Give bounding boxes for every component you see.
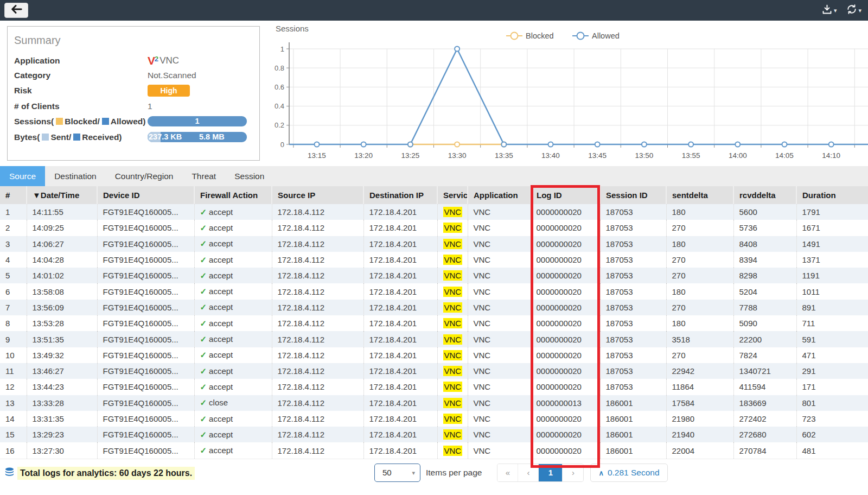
column-header-dst[interactable]: Destination IP: [363, 186, 437, 204]
cell-logid: 0000000020: [531, 220, 600, 236]
cell-action: ✓accept: [194, 268, 272, 283]
check-icon: ✓: [200, 207, 207, 217]
refresh-button[interactable]: ▾: [843, 4, 865, 17]
cell-dur: 801: [796, 395, 868, 411]
tab-country-region[interactable]: Country/Region: [106, 166, 183, 186]
cell-action: ✓accept: [194, 331, 272, 347]
table-row[interactable]: 1513:29:23FGT91E4Q160005...✓accept172.18…: [0, 427, 868, 442]
cell-device: FGT91E4Q160005...: [97, 315, 194, 331]
cell-session: 186001: [600, 411, 666, 427]
cell-time: 13:49:32: [27, 347, 97, 363]
bytes-received-text: 5.8 MB: [199, 132, 225, 142]
cell-n: 10: [0, 347, 27, 363]
next-page-button[interactable]: ›: [563, 464, 583, 482]
column-header-action[interactable]: Firewall Action: [194, 186, 272, 204]
cell-app: VNC: [468, 427, 531, 442]
column-header-time[interactable]: ▼Date/Time: [27, 186, 97, 204]
cell-rcvd: 8394: [733, 252, 796, 268]
svg-text:13:50: 13:50: [635, 151, 654, 160]
cell-rcvd: 1340721: [733, 363, 796, 379]
tab-threat[interactable]: Threat: [182, 166, 225, 186]
cell-sent: 270: [666, 300, 733, 315]
check-icon: ✓: [200, 239, 207, 248]
cell-sent: 180: [666, 315, 733, 331]
cell-session: 187053: [600, 268, 666, 283]
cell-sent: 180: [666, 283, 733, 299]
cell-service: VNC: [437, 379, 468, 395]
cell-service: VNC: [437, 268, 468, 283]
column-header-service[interactable]: Service: [437, 186, 468, 204]
table-row[interactable]: 1413:31:35FGT91E4Q160005...✓accept172.18…: [0, 411, 868, 427]
tab-session[interactable]: Session: [225, 166, 273, 186]
table-row[interactable]: 1313:33:28FGT91E4Q160005...✓close172.18.…: [0, 395, 868, 411]
table-row[interactable]: 1013:49:32FGT91E4Q160005...✓accept172.18…: [0, 347, 868, 363]
column-header-logid[interactable]: Log ID: [531, 186, 600, 204]
column-header-sent[interactable]: sentdelta: [666, 186, 733, 204]
column-header-dur[interactable]: Duration: [796, 186, 868, 204]
cell-dur: 602: [796, 427, 868, 442]
cell-n: 8: [0, 315, 27, 331]
tab-destination[interactable]: Destination: [45, 166, 106, 186]
column-header-session[interactable]: Session ID: [600, 186, 666, 204]
prev-page-button[interactable]: ‹: [518, 464, 539, 482]
cell-logid: 0000000013: [531, 395, 600, 411]
risk-badge: High: [148, 85, 190, 97]
table-row[interactable]: 713:56:09FGT91E4Q160005...✓accept172.18.…: [0, 300, 868, 315]
column-header-n[interactable]: #: [0, 186, 27, 204]
table-row[interactable]: 613:58:08FGT91E4Q160005...✓accept172.18.…: [0, 283, 868, 299]
cell-service: VNC: [437, 300, 468, 315]
column-header-device[interactable]: Device ID: [97, 186, 194, 204]
cell-logid: 0000000020: [531, 315, 600, 331]
elapsed-time-button[interactable]: ∧ 0.281 Second: [590, 464, 667, 482]
column-header-src[interactable]: Source IP: [272, 186, 363, 204]
cell-logid: 0000000020: [531, 283, 600, 299]
service-highlight: VNC: [443, 429, 463, 440]
cell-session: 186001: [600, 395, 666, 411]
bytes-label: Bytes(Sent/Received): [14, 132, 148, 142]
table-row[interactable]: 114:11:55FGT91E4Q160005...✓accept172.18.…: [0, 204, 868, 220]
sessions-bar-value: 1: [148, 116, 247, 126]
svg-text:0.8: 0.8: [275, 64, 284, 72]
table-row[interactable]: 514:01:02FGT91E4Q160005...✓accept172.18.…: [0, 268, 868, 283]
back-button[interactable]: [4, 3, 28, 18]
check-icon: ✓: [200, 350, 207, 359]
download-button[interactable]: ▾: [818, 4, 840, 17]
cell-service: VNC: [437, 363, 468, 379]
blocked-legend-swatch: [56, 118, 63, 125]
table-row[interactable]: 1613:27:30FGT91E4Q160005...✓accept172.18…: [0, 442, 868, 458]
cell-rcvd: 5736: [733, 220, 796, 236]
table-row[interactable]: 913:51:35FGT91E4Q160005...✓accept172.18.…: [0, 331, 868, 347]
tab-source[interactable]: Source: [0, 166, 45, 186]
table-row[interactable]: 414:04:28FGT91E4Q160005...✓accept172.18.…: [0, 252, 868, 268]
cell-app: VNC: [468, 283, 531, 299]
cell-src: 172.18.4.112: [272, 220, 363, 236]
table-row[interactable]: 314:06:27FGT91E4Q160005...✓accept172.18.…: [0, 236, 868, 252]
cell-sent: 21980: [666, 411, 733, 427]
table-row[interactable]: 1113:46:27FGT91E4Q160005...✓accept172.18…: [0, 363, 868, 379]
cell-rcvd: 22200: [733, 331, 796, 347]
table-row[interactable]: 813:53:28FGT91E4Q160005...✓accept172.18.…: [0, 315, 868, 331]
cell-rcvd: 272402: [733, 411, 796, 427]
service-highlight: VNC: [443, 446, 463, 456]
table-row[interactable]: 214:09:25FGT91E4Q160005...✓accept172.18.…: [0, 220, 868, 236]
first-page-button[interactable]: «: [497, 464, 518, 482]
cell-rcvd: 7788: [733, 300, 796, 315]
column-header-app[interactable]: Application: [468, 186, 531, 204]
column-header-rcvd[interactable]: rcvddelta: [733, 186, 796, 204]
cell-service: VNC: [437, 236, 468, 252]
cell-dur: 1191: [796, 268, 868, 283]
bytes-sent-text: 237.3 KB: [149, 132, 182, 142]
cell-dst: 172.18.4.201: [363, 427, 437, 442]
cell-src: 172.18.4.112: [272, 331, 363, 347]
cell-time: 13:33:28: [27, 395, 97, 411]
cell-dur: 1491: [796, 236, 868, 252]
cell-sent: 180: [666, 236, 733, 252]
cell-service: VNC: [437, 283, 468, 299]
items-per-page-value: 50: [382, 468, 392, 477]
table-row[interactable]: 1213:44:23FGT91E4Q160005...✓accept172.18…: [0, 379, 868, 395]
database-icon: [4, 467, 15, 480]
current-page-button[interactable]: 1: [539, 464, 563, 482]
cell-dur: 711: [796, 315, 868, 331]
cell-dur: 1671: [796, 220, 868, 236]
items-per-page-select[interactable]: 50 ▾: [374, 464, 420, 482]
